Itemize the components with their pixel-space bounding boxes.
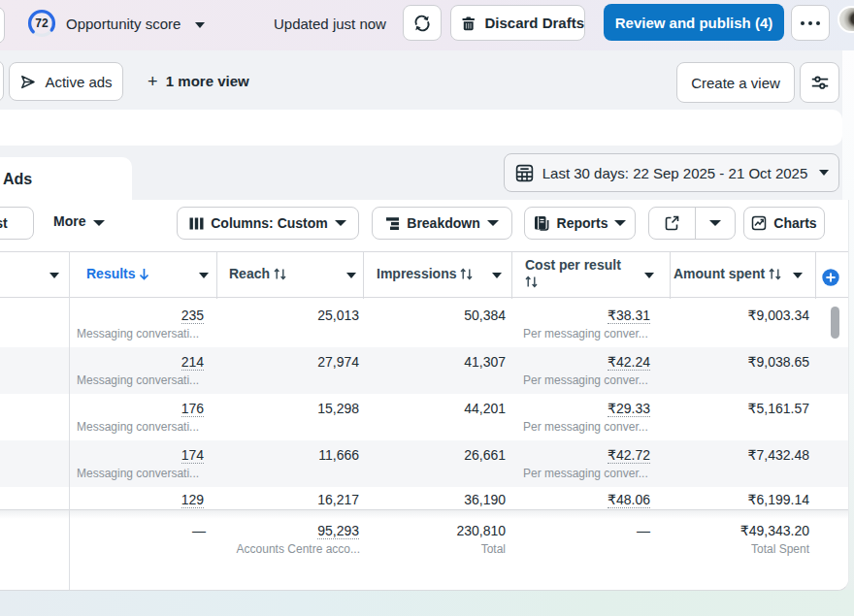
svg-text:72: 72 <box>35 16 49 30</box>
